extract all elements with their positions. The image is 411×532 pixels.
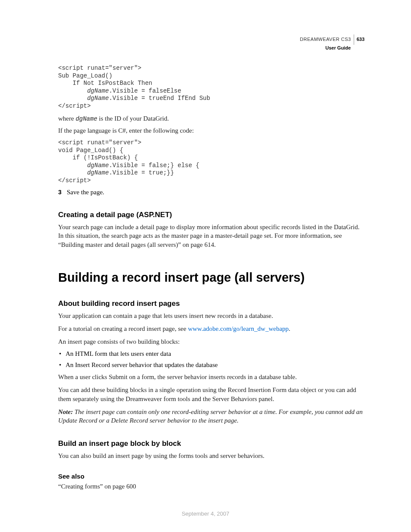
code-line: dgName.Visible = falseElse xyxy=(58,87,181,94)
paragraph: Your search page can include a detail pa… xyxy=(58,223,364,249)
page-footer-date: September 4, 2007 xyxy=(0,510,411,517)
code-line: If Not IsPostBack Then xyxy=(58,80,152,87)
note-text: The insert page can contain only one rec… xyxy=(58,408,363,424)
section-heading: About building record insert pages xyxy=(58,299,364,308)
bullet-icon: • xyxy=(59,349,61,358)
code-block-vb: <script runat="server"> Sub Page_Load() … xyxy=(58,65,364,110)
list-item: • An Insert Record server behavior that … xyxy=(58,361,364,369)
code-line: </script> xyxy=(58,103,91,109)
step-item: 3 Save the page. xyxy=(58,189,364,196)
page-number: 633 xyxy=(357,36,364,43)
paragraph: You can add these building blocks in a s… xyxy=(58,386,364,403)
code-line: if (!IsPostBack) { xyxy=(58,154,138,161)
tutorial-link[interactable]: www.adobe.com/go/learn_dw_webapp xyxy=(188,325,289,332)
step-number: 3 xyxy=(58,189,63,196)
code-line: </script> xyxy=(58,177,91,184)
inline-code: dgName xyxy=(75,115,97,122)
section-heading: Build an insert page block by block xyxy=(58,439,364,448)
paragraph: If the page language is C#, enter the fo… xyxy=(58,126,364,135)
paragraph: Your application can contain a page that… xyxy=(58,311,364,320)
code-line: Sub Page_Load() xyxy=(58,72,112,79)
code-line: dgName.Visible = trueEnd IfEnd Sub xyxy=(58,95,210,102)
paragraph: You can also build an insert page by usi… xyxy=(58,451,364,460)
subsection-heading: See also xyxy=(58,473,364,480)
header-line-1: DREAMWEAVER CS3 633 xyxy=(300,34,364,45)
code-line: void Page_Load() { xyxy=(58,147,123,154)
page-header: DREAMWEAVER CS3 633 User Guide xyxy=(300,34,364,51)
product-name: DREAMWEAVER CS3 xyxy=(300,36,351,43)
bullet-list: • An HTML form that lets users enter dat… xyxy=(58,349,364,370)
chapter-heading: Building a record insert page (all serve… xyxy=(58,271,364,285)
document-page: DREAMWEAVER CS3 633 User Guide <script r… xyxy=(0,0,411,521)
header-divider xyxy=(354,34,354,45)
code-line: dgName.Visible = false;} else { xyxy=(58,162,199,169)
paragraph: “Creating forms” on page 600 xyxy=(58,482,364,491)
list-item: • An HTML form that lets users enter dat… xyxy=(58,349,364,358)
list-item-text: An Insert Record server behavior that up… xyxy=(65,361,218,369)
note-paragraph: Note: The insert page can contain only o… xyxy=(58,408,364,425)
section-heading: Creating a detail page (ASP.NET) xyxy=(58,211,364,219)
code-line: dgName.Visible = true;}} xyxy=(58,169,174,176)
list-item-text: An HTML form that lets users enter data xyxy=(65,349,171,358)
paragraph: where dgName is the ID of your DataGrid. xyxy=(58,114,364,123)
page-content: <script runat="server"> Sub Page_Load() … xyxy=(58,65,364,491)
code-line: <script runat="server"> xyxy=(58,139,141,146)
code-block-csharp: <script runat="server"> void Page_Load()… xyxy=(58,139,364,184)
guide-label: User Guide xyxy=(300,45,351,51)
step-text: Save the page. xyxy=(67,189,104,196)
paragraph: An insert page consists of two building … xyxy=(58,337,364,346)
bullet-icon: • xyxy=(59,361,61,369)
paragraph: For a tutorial on creating a record inse… xyxy=(58,324,364,333)
paragraph: When a user clicks Submit on a form, the… xyxy=(58,373,364,381)
code-line: <script runat="server"> xyxy=(58,65,141,72)
note-label: Note: xyxy=(58,408,73,415)
